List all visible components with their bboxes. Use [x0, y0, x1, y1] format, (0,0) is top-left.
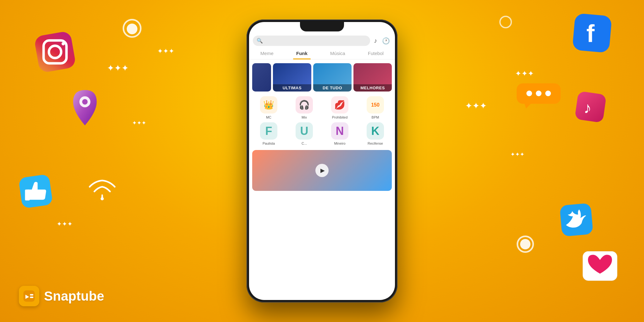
genre-mc[interactable]: 👑 MC [252, 96, 285, 119]
sparkle-star-5: ✦ [510, 151, 525, 158]
tab-musica[interactable]: Música [327, 49, 348, 58]
svg-point-16 [536, 91, 541, 96]
play-icon: ▶ [320, 167, 325, 174]
genre-grid-row2: F Paulista U C... N Mineiro K Recifense [249, 122, 395, 148]
genre-paulista-label: Paulista [263, 142, 275, 145]
genre-mineiro-icon: N [331, 122, 348, 140]
genre-mineiro[interactable]: N Mineiro [323, 122, 356, 145]
svg-point-3 [62, 42, 65, 45]
category-thumb-ultimas[interactable]: ULTIMAS [273, 63, 311, 92]
wifi-icon [88, 177, 116, 203]
genre-mix-label: Mix [302, 115, 307, 119]
svg-rect-20 [24, 291, 35, 302]
genre-bpm[interactable]: 150 BPM [359, 96, 392, 119]
snaptube-logo [19, 286, 39, 306]
sparkle-star-7: ✦ [57, 220, 73, 228]
genre-mineiro-label: Mineiro [334, 142, 345, 145]
location-pin-icon [69, 88, 101, 129]
svg-point-17 [545, 91, 551, 96]
phone-mockup: 🔍 ♪ 🕐 Meme Funk Música Futebol [247, 19, 397, 303]
svg-rect-0 [35, 31, 75, 72]
sparkle-star-1: ✦ [107, 63, 129, 73]
svg-text:♪: ♪ [584, 99, 591, 117]
genre-mc-label: MC [266, 115, 271, 119]
genre-prohibited-label: Prohibited [332, 115, 348, 119]
sparkle-star-3: ✦ [157, 47, 174, 55]
category-thumb-detudo[interactable]: DE TUDO [313, 63, 352, 92]
tab-funk[interactable]: Funk [293, 49, 311, 58]
genre-bpm-icon: 150 [367, 96, 384, 114]
phone-notch [300, 22, 344, 31]
genre-carioca[interactable]: U C... [288, 122, 321, 145]
genre-paulista-icon: F [260, 122, 277, 140]
sparkle-star-4: ✦ [465, 101, 487, 111]
svg-rect-21 [30, 294, 33, 296]
app-content: 🔍 ♪ 🕐 Meme Funk Música Futebol [249, 22, 395, 300]
tab-futebol[interactable]: Futebol [365, 49, 387, 58]
circle-deco-1-inner [127, 24, 137, 34]
genre-paulista[interactable]: F Paulista [252, 122, 285, 145]
genre-bpm-label: BPM [372, 115, 379, 119]
video-play-button[interactable]: ▶ [315, 164, 329, 177]
tab-bar: Meme Funk Música Futebol [249, 46, 395, 59]
snaptube-name: Snaptube [44, 289, 104, 304]
genre-mix[interactable]: 🎧 Mix [288, 96, 321, 119]
svg-marker-14 [525, 104, 531, 108]
instagram-icon [35, 31, 75, 72]
music-app-icon: ♪ [575, 91, 606, 123]
genre-grid-row1: 👑 MC 🎧 Mix 💋 Prohibited 150 BPM [249, 93, 395, 122]
genre-recifense-label: Recifense [368, 142, 383, 145]
phone-frame: 🔍 ♪ 🕐 Meme Funk Música Futebol [247, 19, 397, 303]
genre-prohibited-icon: 💋 [331, 96, 348, 114]
svg-point-15 [526, 91, 532, 96]
search-icon: 🔍 [257, 38, 263, 44]
category-label-detudo: DE TUDO [313, 84, 352, 92]
sparkle-star-6: ✦ [515, 69, 534, 78]
snaptube-branding: Snaptube [19, 286, 104, 306]
genre-mc-icon: 👑 [260, 96, 277, 114]
heart-card-icon [581, 250, 619, 281]
circle-deco-3 [499, 16, 512, 28]
genre-carioca-label: C... [302, 142, 307, 145]
svg-rect-10 [25, 190, 30, 201]
category-label-melhores: MELHORES [353, 84, 392, 92]
genre-recifense-icon: K [367, 122, 384, 140]
history-icon[interactable]: 🕐 [381, 36, 391, 46]
tab-meme[interactable]: Meme [257, 49, 277, 58]
circle-deco-2-inner [520, 239, 530, 249]
like-thumb-icon [19, 174, 60, 212]
svg-point-12 [82, 99, 88, 105]
category-label-ultimas: ULTIMAS [273, 84, 311, 92]
twitter-icon [559, 203, 594, 237]
chat-bubble-icon [515, 82, 565, 110]
genre-recifense[interactable]: K Recifense [359, 122, 392, 145]
music-note-icon[interactable]: ♪ [373, 36, 378, 46]
genre-carioca-icon: U [296, 122, 313, 140]
facebook-icon: f [572, 13, 613, 53]
category-row: ULTIMAS DE TUDO MELHORES [249, 59, 395, 93]
category-thumb-small[interactable] [252, 63, 271, 92]
category-thumb-melhores[interactable]: MELHORES [353, 63, 392, 92]
phone-screen: 🔍 ♪ 🕐 Meme Funk Música Futebol [249, 22, 395, 300]
svg-point-19 [101, 197, 104, 200]
genre-mix-icon: 🎧 [296, 96, 313, 114]
svg-text:f: f [586, 20, 595, 47]
sparkle-star-2: ✦ [132, 119, 146, 126]
video-thumbnail[interactable]: ▶ [252, 150, 392, 191]
svg-rect-22 [30, 297, 33, 298]
genre-prohibited[interactable]: 💋 Prohibited [323, 96, 356, 119]
